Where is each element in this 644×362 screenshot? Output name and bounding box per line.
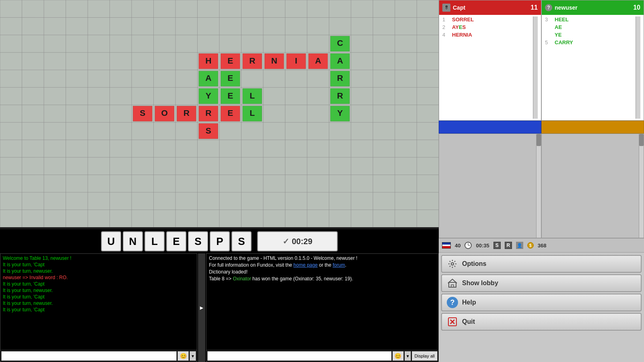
user-icon: 👤 bbox=[516, 242, 523, 249]
capt-words: 1 SORREL 2 AYES 4 HERNIA bbox=[439, 15, 541, 120]
rack-tile[interactable]: E bbox=[166, 231, 186, 251]
word-entry-5: 5 CARRY bbox=[545, 39, 634, 45]
progress-bars bbox=[439, 121, 644, 134]
progress-right bbox=[541, 121, 644, 134]
word-entry-ye: YE bbox=[545, 32, 634, 38]
total-score: 368 bbox=[538, 243, 547, 249]
r-icon: R bbox=[505, 242, 512, 249]
rack-tile[interactable]: U bbox=[101, 231, 121, 251]
timer-display: 00:29 bbox=[292, 237, 312, 246]
svg-point-0 bbox=[451, 263, 454, 265]
newuser-name: newuser bbox=[555, 4, 631, 11]
emoji-btn-left[interactable]: 😊 bbox=[178, 351, 189, 361]
chat-message: It is your turn, 'Capt bbox=[3, 307, 194, 313]
chat-left-messages: Welcome to Table 13, newuser !It is your… bbox=[0, 254, 197, 350]
tile-rack-right-scrollbar[interactable] bbox=[639, 134, 644, 238]
rack-tile[interactable]: S bbox=[188, 231, 208, 251]
chat-message: Table 8 => Oxinator has won the game (Ox… bbox=[209, 276, 436, 282]
chat-message: It is your turn, newuser. bbox=[3, 288, 194, 293]
coin-icon: $ bbox=[527, 242, 534, 249]
capt-scrollbar[interactable] bbox=[533, 16, 538, 119]
word-num: 5 bbox=[545, 39, 551, 45]
lobby-icon bbox=[447, 278, 458, 289]
chat-message: Welcome to Table 13, newuser ! bbox=[3, 255, 194, 261]
chat-message: Dictionary loaded! bbox=[209, 269, 436, 275]
chat-left-input[interactable] bbox=[1, 351, 177, 361]
word-entry-4: 4 HERNIA bbox=[442, 32, 531, 38]
quit-label: Quit bbox=[462, 318, 475, 325]
status-bar: 40 00:35 S R 👤 $ 368 bbox=[439, 238, 644, 253]
word-entry-ae: AE bbox=[545, 24, 634, 30]
player-panel-newuser: ? newuser 10 3 HEEL AE YE bbox=[541, 0, 644, 121]
chat-message: It is your turn, 'Capt bbox=[3, 262, 194, 267]
chat-left-input-row: 😊 ▼ bbox=[0, 350, 197, 362]
rack-tile[interactable]: N bbox=[123, 231, 143, 251]
tile-rack-left-scrollbar[interactable] bbox=[536, 134, 541, 238]
rack-tile[interactable]: S bbox=[231, 231, 252, 251]
word-num: 3 bbox=[545, 16, 551, 23]
display-all-button[interactable]: Display all bbox=[412, 351, 438, 361]
word-text: SORREL bbox=[452, 16, 474, 23]
word-entry-1: 1 SORREL bbox=[442, 16, 531, 23]
word-text: HERNIA bbox=[452, 32, 472, 38]
clock-icon bbox=[464, 242, 472, 249]
chat-panel-left: Welcome to Table 13, newuser !It is your… bbox=[0, 253, 197, 362]
board-container bbox=[0, 0, 439, 229]
emoji-arrow-right[interactable]: ▼ bbox=[405, 351, 411, 361]
s-icon: S bbox=[493, 242, 501, 249]
chat-message: It is your turn, 'Capt bbox=[3, 294, 194, 300]
chat-panel-right: Connected to the game - HTML version 0.1… bbox=[206, 253, 439, 362]
newuser-word-list: 3 HEEL AE YE 5 CARRY bbox=[545, 16, 634, 119]
chat-middle-arrow[interactable]: ► bbox=[198, 253, 205, 362]
word-text: AYES bbox=[452, 24, 466, 30]
options-button[interactable]: Options bbox=[441, 255, 642, 273]
right-panel: 🎖 Capt 11 1 SORREL 2 AYES 4 HERNI bbox=[439, 0, 644, 362]
chat-message: newuser => Invalid word : RO. bbox=[3, 275, 194, 280]
show-lobby-label: Show lobby bbox=[462, 280, 498, 287]
chat-area: Welcome to Table 13, newuser !It is your… bbox=[0, 253, 439, 362]
chat-message: Connected to the game - HTML version 0.1… bbox=[209, 255, 436, 261]
quit-button[interactable]: Quit bbox=[441, 313, 642, 331]
chat-right-input-row: 😊 ▼ Display all bbox=[206, 350, 438, 362]
player-panel-capt: 🎖 Capt 11 1 SORREL 2 AYES 4 HERNI bbox=[439, 0, 541, 121]
options-icon bbox=[447, 258, 458, 269]
newuser-scrollbar[interactable] bbox=[636, 16, 640, 119]
chat-message: It is your turn, newuser. bbox=[3, 268, 194, 274]
flag-icon bbox=[442, 242, 451, 249]
chat-right-input[interactable] bbox=[207, 351, 392, 361]
word-entry-3: 3 HEEL bbox=[545, 16, 634, 23]
check-icon: ✓ bbox=[283, 237, 289, 246]
quit-icon bbox=[447, 316, 458, 327]
emoji-arrow-left[interactable]: ▼ bbox=[190, 351, 196, 361]
newuser-header: ? newuser 10 bbox=[542, 0, 644, 15]
word-num bbox=[545, 24, 551, 30]
word-text: YE bbox=[555, 32, 561, 38]
capt-name: Capt bbox=[453, 4, 528, 11]
status-time: 00:35 bbox=[476, 243, 489, 249]
tile-racks bbox=[439, 134, 644, 238]
rack-tile[interactable]: L bbox=[144, 231, 165, 251]
word-num: 2 bbox=[442, 24, 449, 30]
tile-rack-left bbox=[439, 134, 541, 238]
newuser-icon: ? bbox=[545, 4, 552, 11]
word-text: CARRY bbox=[555, 39, 573, 45]
newuser-words: 3 HEEL AE YE 5 CARRY bbox=[542, 15, 644, 120]
show-lobby-button[interactable]: Show lobby bbox=[441, 274, 642, 292]
capt-score: 11 bbox=[530, 4, 538, 11]
chat-message: It is your turn, 'Capt bbox=[3, 281, 194, 287]
rack-tiles: UNLESPS bbox=[101, 231, 252, 251]
capt-icon: 🎖 bbox=[442, 4, 450, 12]
help-button[interactable]: ? Help bbox=[441, 294, 642, 311]
emoji-btn-right[interactable]: 😊 bbox=[392, 351, 404, 361]
word-entry-2: 2 AYES bbox=[442, 24, 531, 30]
word-num bbox=[545, 32, 551, 38]
timer-box: ✓ 00:29 bbox=[257, 231, 338, 251]
tile-rack-right bbox=[541, 134, 644, 238]
action-buttons: Options Show lobby ? Help Quit bbox=[439, 253, 644, 362]
chat-message: For full information on Fundox, visit th… bbox=[209, 262, 436, 268]
players-header: 🎖 Capt 11 1 SORREL 2 AYES 4 HERNI bbox=[439, 0, 644, 121]
rack-tile[interactable]: P bbox=[210, 231, 230, 251]
help-icon: ? bbox=[447, 297, 458, 308]
capt-header: 🎖 Capt 11 bbox=[439, 0, 541, 15]
options-label: Options bbox=[462, 260, 486, 267]
